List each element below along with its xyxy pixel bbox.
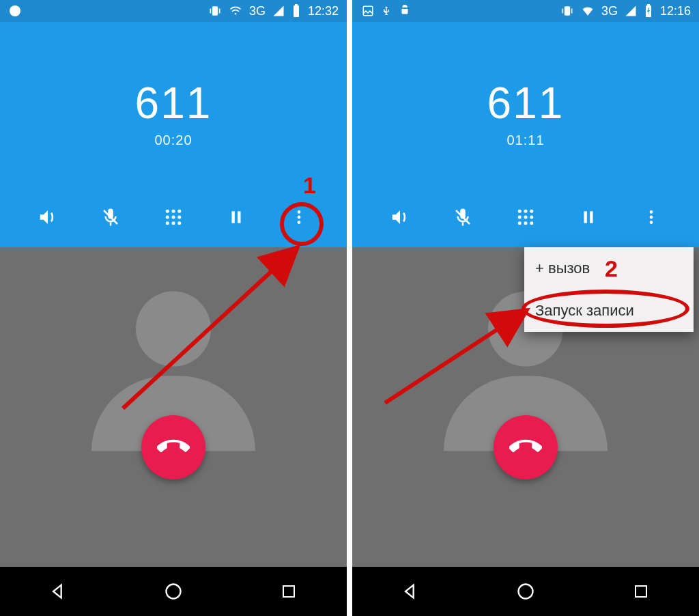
- add-call-menu-item[interactable]: + вызов: [524, 247, 694, 290]
- svg-point-15: [172, 221, 175, 225]
- speaker-button[interactable]: [388, 205, 412, 229]
- mute-button[interactable]: [451, 205, 475, 229]
- hold-button[interactable]: [576, 205, 601, 229]
- svg-rect-44: [584, 211, 587, 223]
- call-controls: [0, 205, 347, 229]
- battery-charging-icon: [644, 4, 653, 18]
- back-button[interactable]: [46, 580, 70, 603]
- clock-label: 12:16: [660, 4, 691, 18]
- recent-apps-button[interactable]: [629, 580, 653, 603]
- svg-point-9: [172, 210, 175, 213]
- svg-point-41: [518, 221, 522, 225]
- more-options-menu: + вызов Запуск записи: [524, 247, 694, 332]
- signal-icon: [625, 5, 637, 17]
- call-timer: 00:20: [0, 132, 347, 148]
- svg-point-40: [530, 216, 533, 219]
- android-icon: [399, 5, 411, 17]
- end-call-button[interactable]: [141, 415, 205, 479]
- dialpad-button[interactable]: [161, 205, 186, 229]
- svg-point-12: [172, 216, 175, 219]
- wifi-icon: [229, 4, 242, 18]
- home-button[interactable]: [514, 580, 537, 603]
- svg-rect-17: [232, 211, 235, 223]
- hold-button[interactable]: [224, 205, 248, 229]
- svg-rect-32: [647, 4, 650, 5]
- svg-rect-50: [636, 586, 646, 597]
- call-header: 611 00:20: [0, 22, 347, 247]
- svg-rect-0: [212, 6, 218, 15]
- svg-point-19: [298, 210, 301, 214]
- svg-point-43: [530, 221, 533, 225]
- speaker-button[interactable]: [35, 205, 60, 229]
- svg-point-13: [177, 216, 181, 219]
- svg-point-48: [650, 221, 653, 224]
- clock-label: 12:32: [308, 4, 339, 18]
- svg-point-42: [524, 221, 528, 225]
- call-number: 611: [352, 22, 699, 128]
- nav-bar: [352, 567, 699, 616]
- svg-point-10: [177, 210, 181, 213]
- more-options-button[interactable]: [639, 205, 664, 229]
- usb-icon: [381, 4, 392, 18]
- svg-rect-1: [210, 9, 211, 14]
- image-icon: [362, 5, 374, 17]
- home-button[interactable]: [162, 580, 185, 603]
- network-label: 3G: [249, 4, 266, 18]
- call-header: 611 01:11: [352, 22, 699, 247]
- svg-rect-4: [294, 5, 299, 17]
- svg-point-35: [518, 210, 522, 213]
- svg-point-20: [298, 216, 301, 219]
- svg-point-39: [524, 216, 528, 219]
- more-options-button[interactable]: [287, 205, 311, 229]
- status-bar: 3G 12:32: [0, 0, 347, 22]
- vibrate-icon: [560, 4, 574, 18]
- svg-rect-29: [562, 9, 563, 14]
- svg-rect-5: [295, 4, 298, 5]
- svg-point-37: [530, 210, 533, 213]
- call-number: 611: [0, 22, 347, 128]
- svg-rect-2: [219, 9, 220, 14]
- wifi-icon: [581, 4, 595, 18]
- network-label: 3G: [601, 4, 618, 18]
- svg-point-49: [518, 585, 532, 599]
- svg-rect-25: [363, 6, 373, 16]
- battery-icon: [291, 4, 301, 18]
- status-bar: 3G 12:16: [352, 0, 699, 22]
- svg-point-47: [650, 216, 653, 219]
- svg-point-8: [166, 210, 169, 213]
- notification-dot-icon: [10, 5, 20, 16]
- mute-button[interactable]: [98, 205, 123, 229]
- end-call-button[interactable]: [494, 415, 558, 479]
- back-button[interactable]: [399, 580, 422, 603]
- call-timer: 01:11: [352, 132, 699, 148]
- svg-rect-18: [238, 211, 240, 223]
- vibrate-icon: [208, 4, 222, 18]
- svg-point-3: [235, 13, 237, 15]
- phone-left: 3G 12:32 611 00:20: [0, 0, 347, 616]
- recent-apps-button[interactable]: [277, 580, 300, 603]
- svg-point-11: [166, 216, 169, 219]
- svg-rect-45: [590, 211, 593, 223]
- svg-rect-28: [565, 6, 570, 15]
- svg-point-38: [518, 216, 522, 219]
- dialpad-button[interactable]: [513, 205, 538, 229]
- svg-point-14: [166, 221, 169, 225]
- svg-point-22: [166, 585, 180, 599]
- phone-right: 3G 12:16 611 01:11: [352, 0, 699, 616]
- svg-point-16: [177, 221, 181, 225]
- call-controls: [352, 205, 699, 229]
- nav-bar: [0, 567, 347, 616]
- svg-point-21: [298, 221, 301, 224]
- svg-point-46: [650, 210, 653, 214]
- avatar-area: [0, 247, 347, 527]
- signal-icon: [272, 5, 285, 17]
- start-record-menu-item[interactable]: Запуск записи: [524, 290, 694, 332]
- svg-rect-30: [571, 9, 573, 14]
- svg-point-36: [524, 210, 528, 213]
- svg-rect-23: [283, 586, 294, 597]
